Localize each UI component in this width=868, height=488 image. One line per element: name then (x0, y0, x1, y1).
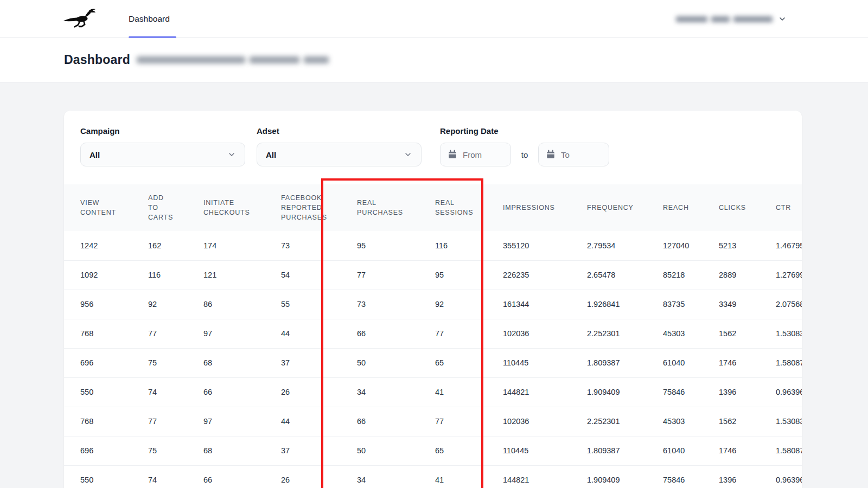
account-name-redacted (676, 16, 773, 22)
adset-select[interactable]: All (257, 143, 422, 166)
table-cell: 2889 (719, 260, 776, 290)
table-row: 76877974466771020362.2523014530315621.53… (64, 319, 802, 348)
table-cell: 3349 (719, 290, 776, 319)
table-cell: 121 (203, 260, 281, 290)
campaign-label: Campaign (80, 126, 245, 136)
date-from-input[interactable]: From (440, 143, 511, 166)
table-cell: 162 (148, 231, 203, 260)
table-cell: 95 (357, 231, 435, 260)
table-cell: 226235 (503, 260, 587, 290)
table-cell: 50 (357, 348, 435, 377)
table-cell: 2.79534 (587, 231, 663, 260)
table-cell: 1746 (719, 348, 776, 377)
table-cell: 116 (148, 260, 203, 290)
table-cell: 37 (281, 436, 357, 465)
table-cell: 77 (435, 407, 503, 436)
table-cell: 26 (281, 377, 357, 407)
table-cell: 68 (203, 436, 281, 465)
table-cell: 74 (148, 465, 203, 488)
table-cell: 1.809387 (587, 348, 663, 377)
table-cell: 768 (64, 407, 148, 436)
column-header: INITIATE CHECKOUTS (203, 184, 281, 231)
table-cell: 1.909409 (587, 377, 663, 407)
table-cell: 1.46795 (776, 231, 802, 260)
date-to-input[interactable]: To (538, 143, 609, 166)
column-header: REAL PURCHASES (357, 184, 435, 231)
table-cell: 1396 (719, 465, 776, 488)
table-cell: 144821 (503, 377, 587, 407)
table-cell: 66 (203, 465, 281, 488)
table-cell: 44 (281, 407, 357, 436)
table-cell: 1396 (719, 377, 776, 407)
table-cell: 768 (64, 319, 148, 348)
table-row: 55074662634411448211.9094097584613960.96… (64, 465, 802, 488)
table-cell: 61040 (663, 436, 719, 465)
page-header: Dashboard (0, 38, 868, 82)
date-to-placeholder: To (561, 150, 570, 159)
table-cell: 73 (357, 290, 435, 319)
campaign-select[interactable]: All (80, 143, 245, 166)
table-cell: 83735 (663, 290, 719, 319)
table-cell: 2.252301 (587, 319, 663, 348)
calendar-icon (546, 150, 556, 159)
table-cell: 550 (64, 377, 148, 407)
table-cell: 1092 (64, 260, 148, 290)
table-row: 124216217473951163551202.795341270405213… (64, 231, 802, 260)
table-cell: 1.53083 (776, 319, 802, 348)
table-cell: 1.926841 (587, 290, 663, 319)
table-cell: 45303 (663, 407, 719, 436)
column-header: REAL SESSIONS (435, 184, 503, 231)
tab-dashboard[interactable]: Dashboard (129, 0, 170, 38)
adset-filter-group: Adset All (257, 126, 422, 166)
account-menu[interactable] (676, 0, 787, 38)
raptor-logo[interactable] (63, 4, 99, 34)
table-cell: 45303 (663, 319, 719, 348)
table-cell: 956 (64, 290, 148, 319)
table-cell: 75846 (663, 465, 719, 488)
table-cell: 77 (435, 319, 503, 348)
reporting-date-label: Reporting Date (440, 126, 609, 136)
table-cell: 0.96396 (776, 465, 802, 488)
table-cell: 66 (203, 377, 281, 407)
table-cell: 41 (435, 377, 503, 407)
table-cell: 77 (148, 407, 203, 436)
table-cell: 92 (148, 290, 203, 319)
table-cell: 1.809387 (587, 436, 663, 465)
dashboard-card: Campaign All Adset All Repor (64, 111, 802, 488)
calendar-icon (448, 150, 457, 159)
column-header: IMPRESSIONS (503, 184, 587, 231)
raptor-logo-icon (63, 4, 99, 34)
table-cell: 2.65478 (587, 260, 663, 290)
table-cell: 2.07568 (776, 290, 802, 319)
metrics-table: VIEW CONTENTADD TO CARTSINITIATE CHECKOU… (64, 184, 802, 488)
table-cell: 102036 (503, 319, 587, 348)
table-cell: 1562 (719, 319, 776, 348)
table-cell: 74 (148, 377, 203, 407)
table-cell: 1.58087 (776, 436, 802, 465)
table-body: 124216217473951163551202.795341270405213… (64, 231, 802, 488)
column-header: REACH (663, 184, 719, 231)
table-cell: 26 (281, 465, 357, 488)
table-cell: 92 (435, 290, 503, 319)
table-row: 55074662634411448211.9094097584613960.96… (64, 377, 802, 407)
date-from-placeholder: From (463, 150, 482, 159)
main-content: Campaign All Adset All Repor (0, 82, 868, 488)
table-cell: 68 (203, 348, 281, 377)
table-cell: 1562 (719, 407, 776, 436)
adset-label: Adset (257, 126, 422, 136)
reporting-date-group: Reporting Date From to (440, 126, 609, 166)
table-header-row: VIEW CONTENTADD TO CARTSINITIATE CHECKOU… (64, 184, 802, 231)
table-cell: 75 (148, 348, 203, 377)
table-cell: 696 (64, 436, 148, 465)
table-cell: 37 (281, 348, 357, 377)
table-cell: 0.96396 (776, 377, 802, 407)
table-cell: 85218 (663, 260, 719, 290)
table-cell: 102036 (503, 407, 587, 436)
campaign-selected-value: All (90, 150, 100, 159)
table-cell: 110445 (503, 348, 587, 377)
table-cell: 34 (357, 377, 435, 407)
column-header: VIEW CONTENT (64, 184, 148, 231)
table-cell: 1746 (719, 436, 776, 465)
column-header: CLICKS (719, 184, 776, 231)
table-cell: 34 (357, 465, 435, 488)
